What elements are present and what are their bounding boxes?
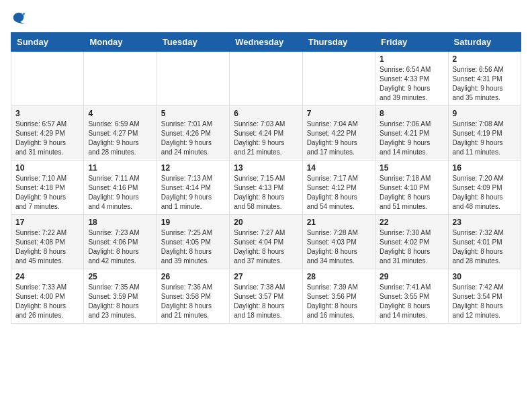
- day-info: Sunrise: 7:28 AM Sunset: 4:03 PM Dayligh…: [307, 228, 371, 266]
- day-number: 16: [453, 163, 517, 173]
- logo-bird-icon: [11, 11, 26, 26]
- calendar-day-cell: 16Sunrise: 7:20 AM Sunset: 4:09 PM Dayli…: [448, 161, 521, 215]
- calendar-day-cell: 3Sunrise: 6:57 AM Sunset: 4:29 PM Daylig…: [11, 106, 84, 161]
- calendar-day-cell: 25Sunrise: 7:35 AM Sunset: 3:59 PM Dayli…: [84, 269, 157, 324]
- header: [11, 11, 521, 26]
- day-info: Sunrise: 7:18 AM Sunset: 4:10 PM Dayligh…: [380, 174, 443, 212]
- day-number: 2: [453, 54, 517, 64]
- calendar-day-cell: 13Sunrise: 7:15 AM Sunset: 4:13 PM Dayli…: [230, 161, 302, 215]
- calendar-day-cell: 9Sunrise: 7:08 AM Sunset: 4:19 PM Daylig…: [448, 106, 521, 161]
- day-number: 11: [88, 163, 152, 173]
- day-info: Sunrise: 6:56 AM Sunset: 4:31 PM Dayligh…: [453, 65, 517, 103]
- calendar-day-cell: 23Sunrise: 7:32 AM Sunset: 4:01 PM Dayli…: [448, 215, 521, 269]
- calendar-empty-cell: [157, 52, 229, 106]
- weekday-header: Friday: [375, 33, 448, 52]
- day-number: 22: [380, 218, 443, 227]
- calendar-header-row: SundayMondayTuesdayWednesdayThursdayFrid…: [11, 33, 521, 52]
- calendar-day-cell: 22Sunrise: 7:30 AM Sunset: 4:02 PM Dayli…: [375, 215, 448, 269]
- calendar: SundayMondayTuesdayWednesdayThursdayFrid…: [11, 32, 521, 324]
- calendar-day-cell: 21Sunrise: 7:28 AM Sunset: 4:03 PM Dayli…: [302, 215, 375, 269]
- day-number: 15: [380, 163, 443, 173]
- day-number: 12: [161, 163, 225, 173]
- calendar-day-cell: 4Sunrise: 6:59 AM Sunset: 4:27 PM Daylig…: [84, 106, 157, 161]
- weekday-header: Sunday: [11, 33, 84, 52]
- day-number: 24: [15, 272, 79, 281]
- calendar-empty-cell: [11, 52, 84, 106]
- day-number: 25: [88, 272, 152, 281]
- day-number: 26: [161, 272, 225, 281]
- day-number: 17: [15, 218, 79, 227]
- day-info: Sunrise: 7:32 AM Sunset: 4:01 PM Dayligh…: [453, 228, 517, 266]
- calendar-day-cell: 10Sunrise: 7:10 AM Sunset: 4:18 PM Dayli…: [11, 161, 84, 215]
- calendar-day-cell: 7Sunrise: 7:04 AM Sunset: 4:22 PM Daylig…: [302, 106, 375, 161]
- day-number: 14: [307, 163, 371, 173]
- day-info: Sunrise: 7:17 AM Sunset: 4:12 PM Dayligh…: [307, 174, 371, 212]
- day-info: Sunrise: 7:10 AM Sunset: 4:18 PM Dayligh…: [15, 174, 79, 212]
- weekday-header: Thursday: [302, 33, 375, 52]
- day-info: Sunrise: 7:23 AM Sunset: 4:06 PM Dayligh…: [88, 228, 152, 266]
- calendar-day-cell: 12Sunrise: 7:13 AM Sunset: 4:14 PM Dayli…: [157, 161, 229, 215]
- calendar-day-cell: 2Sunrise: 6:56 AM Sunset: 4:31 PM Daylig…: [448, 52, 521, 106]
- day-number: 7: [307, 109, 371, 118]
- logo-text: [11, 11, 27, 26]
- day-info: Sunrise: 7:33 AM Sunset: 4:00 PM Dayligh…: [15, 283, 79, 320]
- calendar-day-cell: 1Sunrise: 6:54 AM Sunset: 4:33 PM Daylig…: [375, 52, 448, 106]
- calendar-day-cell: 28Sunrise: 7:39 AM Sunset: 3:56 PM Dayli…: [302, 269, 375, 324]
- day-number: 27: [234, 272, 298, 281]
- day-number: 4: [88, 109, 152, 118]
- calendar-week-row: 24Sunrise: 7:33 AM Sunset: 4:00 PM Dayli…: [11, 269, 521, 324]
- day-info: Sunrise: 7:15 AM Sunset: 4:13 PM Dayligh…: [234, 174, 298, 212]
- calendar-day-cell: 8Sunrise: 7:06 AM Sunset: 4:21 PM Daylig…: [375, 106, 448, 161]
- calendar-day-cell: 11Sunrise: 7:11 AM Sunset: 4:16 PM Dayli…: [84, 161, 157, 215]
- day-number: 8: [380, 109, 443, 118]
- day-info: Sunrise: 7:42 AM Sunset: 3:54 PM Dayligh…: [453, 283, 517, 320]
- day-info: Sunrise: 6:54 AM Sunset: 4:33 PM Dayligh…: [380, 65, 443, 103]
- day-number: 5: [161, 109, 225, 118]
- calendar-day-cell: 6Sunrise: 7:03 AM Sunset: 4:24 PM Daylig…: [230, 106, 302, 161]
- calendar-day-cell: 24Sunrise: 7:33 AM Sunset: 4:00 PM Dayli…: [11, 269, 84, 324]
- day-number: 9: [453, 109, 517, 118]
- day-number: 19: [161, 218, 225, 227]
- calendar-week-row: 10Sunrise: 7:10 AM Sunset: 4:18 PM Dayli…: [11, 161, 521, 215]
- day-info: Sunrise: 7:11 AM Sunset: 4:16 PM Dayligh…: [88, 174, 152, 212]
- logo: [11, 11, 27, 26]
- day-info: Sunrise: 7:03 AM Sunset: 4:24 PM Dayligh…: [234, 120, 298, 157]
- calendar-day-cell: 20Sunrise: 7:27 AM Sunset: 4:04 PM Dayli…: [230, 215, 302, 269]
- day-number: 1: [380, 54, 443, 64]
- calendar-day-cell: 18Sunrise: 7:23 AM Sunset: 4:06 PM Dayli…: [84, 215, 157, 269]
- day-info: Sunrise: 6:57 AM Sunset: 4:29 PM Dayligh…: [15, 120, 79, 157]
- day-info: Sunrise: 7:27 AM Sunset: 4:04 PM Dayligh…: [234, 228, 298, 266]
- calendar-day-cell: 5Sunrise: 7:01 AM Sunset: 4:26 PM Daylig…: [157, 106, 229, 161]
- calendar-day-cell: 26Sunrise: 7:36 AM Sunset: 3:58 PM Dayli…: [157, 269, 229, 324]
- weekday-header: Wednesday: [230, 33, 302, 52]
- day-info: Sunrise: 7:38 AM Sunset: 3:57 PM Dayligh…: [234, 283, 298, 320]
- calendar-empty-cell: [84, 52, 157, 106]
- calendar-day-cell: 15Sunrise: 7:18 AM Sunset: 4:10 PM Dayli…: [375, 161, 448, 215]
- calendar-empty-cell: [230, 52, 302, 106]
- day-number: 21: [307, 218, 371, 227]
- day-number: 23: [453, 218, 517, 227]
- day-info: Sunrise: 7:20 AM Sunset: 4:09 PM Dayligh…: [453, 174, 517, 212]
- day-info: Sunrise: 7:41 AM Sunset: 3:55 PM Dayligh…: [380, 283, 443, 320]
- day-number: 28: [307, 272, 371, 281]
- calendar-day-cell: 17Sunrise: 7:22 AM Sunset: 4:08 PM Dayli…: [11, 215, 84, 269]
- day-number: 6: [234, 109, 298, 118]
- calendar-day-cell: 27Sunrise: 7:38 AM Sunset: 3:57 PM Dayli…: [230, 269, 302, 324]
- day-number: 30: [453, 272, 517, 281]
- day-info: Sunrise: 7:39 AM Sunset: 3:56 PM Dayligh…: [307, 283, 371, 320]
- calendar-day-cell: 19Sunrise: 7:25 AM Sunset: 4:05 PM Dayli…: [157, 215, 229, 269]
- calendar-day-cell: 14Sunrise: 7:17 AM Sunset: 4:12 PM Dayli…: [302, 161, 375, 215]
- weekday-header: Monday: [84, 33, 157, 52]
- day-number: 29: [380, 272, 443, 281]
- calendar-week-row: 3Sunrise: 6:57 AM Sunset: 4:29 PM Daylig…: [11, 106, 521, 161]
- calendar-day-cell: 30Sunrise: 7:42 AM Sunset: 3:54 PM Dayli…: [448, 269, 521, 324]
- day-info: Sunrise: 7:25 AM Sunset: 4:05 PM Dayligh…: [161, 228, 225, 266]
- day-info: Sunrise: 7:08 AM Sunset: 4:19 PM Dayligh…: [453, 120, 517, 157]
- day-info: Sunrise: 7:01 AM Sunset: 4:26 PM Dayligh…: [161, 120, 225, 157]
- day-number: 10: [15, 163, 79, 173]
- day-info: Sunrise: 7:13 AM Sunset: 4:14 PM Dayligh…: [161, 174, 225, 212]
- day-info: Sunrise: 7:22 AM Sunset: 4:08 PM Dayligh…: [15, 228, 79, 266]
- day-info: Sunrise: 7:04 AM Sunset: 4:22 PM Dayligh…: [307, 120, 371, 157]
- day-number: 3: [15, 109, 79, 118]
- weekday-header: Tuesday: [157, 33, 229, 52]
